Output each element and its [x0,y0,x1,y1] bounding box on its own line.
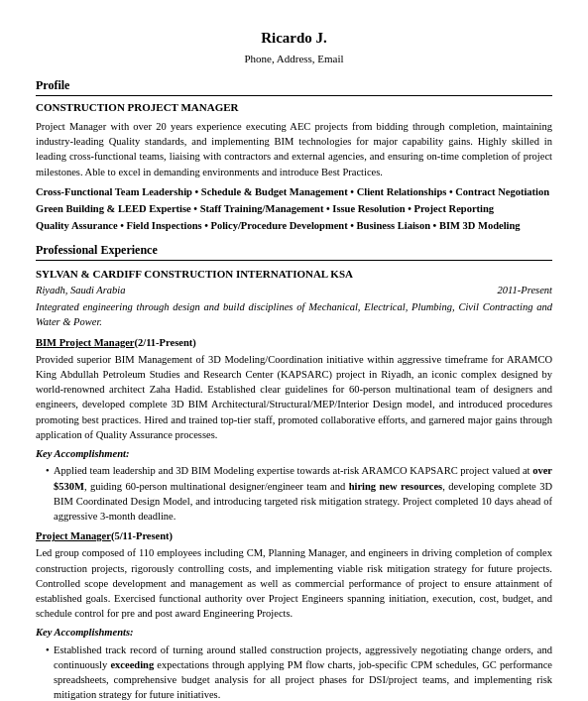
role-pm-text: Led group composed of 110 employees incl… [36,545,552,621]
role-bim-pm: BIM Project Manager(2/11-Present) Provid… [36,335,552,525]
skills-line-3: Quality Assurance • Field Inspections • … [36,218,552,233]
bim-pm-accomplishment-label: Key Accomplishment: [36,446,552,461]
pm-bullet-1: Established track record of turning arou… [46,643,552,701]
header: Ricardo J. Phone, Address, Email [36,28,552,67]
experience-section-title: Professional Experience [36,242,552,261]
bim-pm-bullet-1: Applied team leadership and 3D BIM Model… [46,463,552,524]
skills-line-1: Cross-Functional Team Leadership • Sched… [36,184,552,199]
skills-line-2: Green Building & LEED Expertise • Staff … [36,201,552,216]
pm-bullet-list: Established track record of turning arou… [36,643,552,701]
role-bim-pm-title-underline: BIM Project Manager [36,337,135,348]
profile-section: Profile CONSTRUCTION PROJECT MANAGER Pro… [36,77,552,234]
candidate-name: Ricardo J. [36,28,552,50]
pm-accomplishments-label: Key Accomplishments: [36,625,552,640]
role-pm-title-underline: Project Manager [36,530,111,541]
profile-summary: Project Manager with over 20 years exper… [36,119,552,179]
role-pm-date: (5/11-Present) [111,530,173,541]
company-1-date: 2011-Present [498,283,552,297]
job-title: CONSTRUCTION PROJECT MANAGER [36,100,552,116]
company-1-location-date: Riyadh, Saudi Arabia 2011-Present [36,283,552,297]
bim-pm-bullet-list: Applied team leadership and 3D BIM Model… [36,463,552,524]
company-1: SYLVAN & CARDIFF CONSTRUCTION INTERNATIO… [36,267,552,701]
role-bim-pm-date: (2/11-Present) [135,337,196,348]
resume-container: Ricardo J. Phone, Address, Email Profile… [36,28,552,701]
role-bim-pm-title: BIM Project Manager(2/11-Present) [36,335,552,350]
role-bim-pm-text: Provided superior BIM Management of 3D M… [36,352,552,442]
contact-info: Phone, Address, Email [36,52,552,67]
company-1-location: Riyadh, Saudi Arabia [36,283,126,297]
company-1-description: Integrated engineering through design an… [36,299,552,329]
profile-section-title: Profile [36,77,552,96]
role-pm: Project Manager(5/11-Present) Led group … [36,528,552,701]
role-pm-title: Project Manager(5/11-Present) [36,528,552,543]
experience-section: Professional Experience SYLVAN & CARDIFF… [36,242,552,701]
company-1-name: SYLVAN & CARDIFF CONSTRUCTION INTERNATIO… [36,267,552,283]
